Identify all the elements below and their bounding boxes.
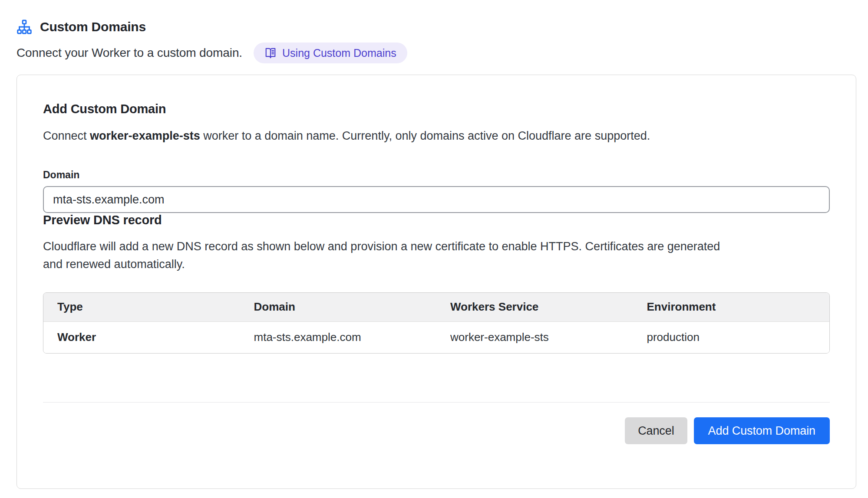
- page-subtitle: Connect your Worker to a custom domain.: [17, 46, 242, 60]
- col-header-environment: Environment: [633, 293, 830, 321]
- open-book-icon: [264, 47, 277, 59]
- cell-workers-service: worker-example-sts: [436, 321, 633, 353]
- preview-dns-description: Cloudflare will add a new DNS record as …: [43, 238, 723, 273]
- domain-input[interactable]: [43, 186, 830, 213]
- card-heading: Add Custom Domain: [43, 102, 830, 116]
- col-header-type: Type: [43, 293, 240, 321]
- table-header-row: Type Domain Workers Service Environment: [43, 293, 829, 321]
- dns-preview-table: Type Domain Workers Service Environment …: [43, 292, 830, 354]
- col-header-domain: Domain: [240, 293, 437, 321]
- docs-link-label: Using Custom Domains: [282, 47, 396, 59]
- domain-field-label: Domain: [43, 169, 830, 181]
- sitemap-icon: [17, 19, 32, 35]
- table-row: Worker mta-sts.example.com worker-exampl…: [43, 321, 829, 353]
- intro-suffix: worker to a domain name. Currently, only…: [200, 129, 650, 142]
- card-intro-text: Connect worker-example-sts worker to a d…: [43, 128, 830, 144]
- footer-divider: [43, 402, 830, 403]
- cell-environment: production: [633, 321, 830, 353]
- page-title: Custom Domains: [40, 20, 146, 34]
- docs-link-badge[interactable]: Using Custom Domains: [254, 43, 407, 63]
- add-custom-domain-card: Add Custom Domain Connect worker-example…: [17, 75, 856, 489]
- card-actions: Cancel Add Custom Domain: [43, 417, 830, 444]
- page-subtitle-row: Connect your Worker to a custom domain. …: [17, 43, 851, 63]
- col-header-workers-service: Workers Service: [436, 293, 633, 321]
- cell-domain: mta-sts.example.com: [240, 321, 437, 353]
- custom-domains-page: Custom Domains Connect your Worker to a …: [0, 0, 868, 489]
- preview-dns-heading: Preview DNS record: [43, 213, 830, 227]
- cell-type: Worker: [43, 321, 240, 353]
- page-header: Custom Domains: [17, 18, 851, 36]
- add-custom-domain-button[interactable]: Add Custom Domain: [694, 417, 830, 444]
- cancel-button[interactable]: Cancel: [625, 417, 687, 444]
- intro-prefix: Connect: [43, 129, 90, 142]
- worker-name: worker-example-sts: [90, 129, 200, 142]
